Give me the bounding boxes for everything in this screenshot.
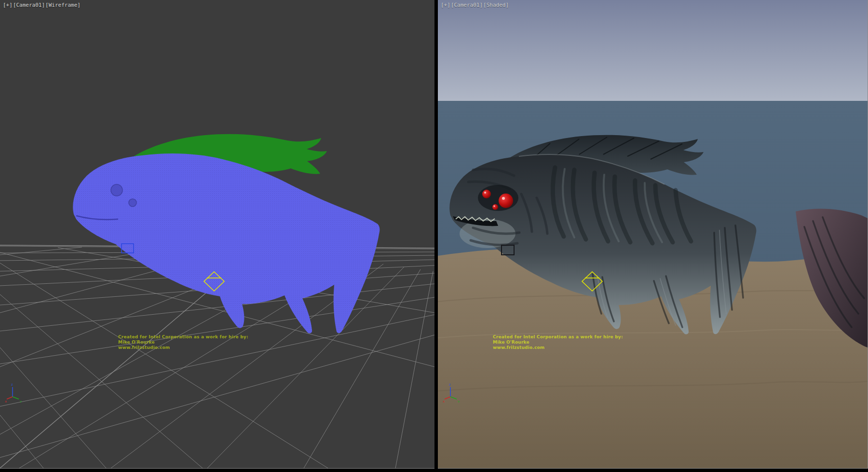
viewport-label: [+] [Camera01] [Shaded]: [441, 2, 509, 8]
watermark-text: Created for Intel Corporation as a work …: [493, 334, 623, 350]
watermark-line1: Created for Intel Corporation as a work …: [493, 334, 623, 340]
world-axis-tripod: z x y: [5, 380, 27, 403]
viewport-label: [+] [Camera01] [Wireframe]: [3, 2, 81, 8]
sky-gradient: [438, 0, 868, 101]
wireframe-scene: [0, 0, 434, 468]
watermark-line1: Created for Intel Corporation as a work …: [118, 334, 248, 340]
viewport-shaded[interactable]: [+] [Camera01] [Shaded] Created for Inte…: [438, 0, 868, 469]
fish-eye-spot: [111, 184, 122, 196]
watermark-line3: www.frilzstudio.com: [118, 345, 248, 350]
viewport-wireframe[interactable]: [+] [Camera01] [Wireframe] Created for I…: [0, 0, 434, 469]
shaded-scene: [438, 0, 868, 468]
axis-x-label: x: [443, 400, 445, 403]
axis-y-label: y: [458, 400, 460, 403]
fish-body-wireframe[interactable]: [73, 153, 380, 333]
axis-z-label: z: [11, 383, 13, 387]
viewport-menu-plus[interactable]: [+]: [3, 2, 13, 8]
viewport-split-layout: [+] [Camera01] [Wireframe] Created for I…: [0, 0, 868, 472]
axis-z-label: z: [449, 383, 451, 387]
viewport-menu-camera[interactable]: [Camera01]: [451, 2, 483, 8]
viewport-menu-camera[interactable]: [Camera01]: [13, 2, 45, 8]
axis-x-label: x: [5, 400, 7, 403]
viewport-menu-shading[interactable]: [Shaded]: [483, 2, 509, 8]
viewport-menu-shading[interactable]: [Wireframe]: [45, 2, 81, 8]
axis-y-label: y: [20, 400, 22, 403]
watermark-text: Created for Intel Corporation as a work …: [118, 334, 248, 350]
viewport-menu-plus[interactable]: [+]: [441, 2, 450, 8]
watermark-line3: www.frilzstudio.com: [493, 345, 623, 350]
world-axis-tripod: z x y: [443, 380, 465, 403]
watermark-line2: Mike O'Rourke: [118, 340, 248, 345]
fish-eye-spot-small: [129, 199, 136, 207]
fish-eyes: [478, 185, 518, 211]
watermark-line2: Mike O'Rourke: [493, 340, 623, 345]
